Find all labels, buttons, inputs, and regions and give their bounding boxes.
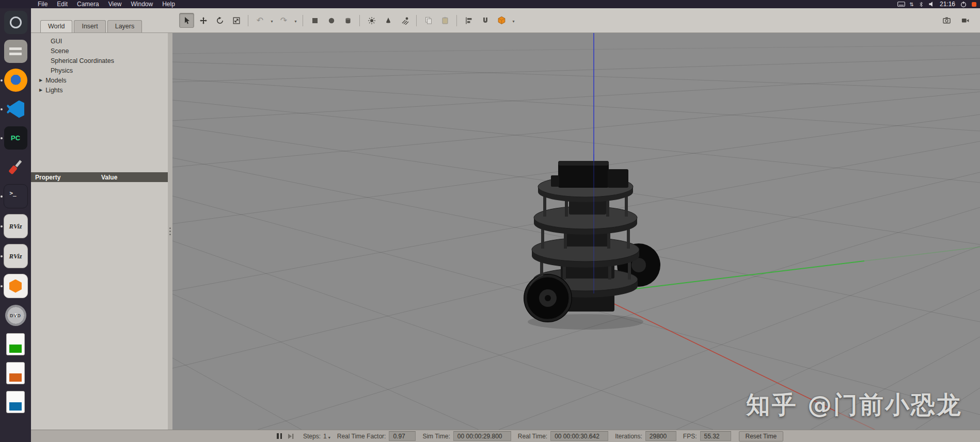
tree-item-label: Lights bbox=[45, 87, 62, 94]
rtf-value: 0.97 bbox=[389, 431, 416, 441]
steps-value: 1 bbox=[323, 433, 327, 440]
vscode-mark bbox=[7, 101, 24, 118]
menu-view[interactable]: View bbox=[104, 0, 127, 8]
expander-arrow-icon[interactable]: ▶ bbox=[39, 88, 42, 92]
spot-light-icon[interactable] bbox=[381, 13, 396, 28]
insert-cylinder-icon[interactable] bbox=[340, 13, 355, 28]
tree-item-spherical-coordinates[interactable]: Spherical Coordinates bbox=[31, 56, 168, 66]
dvd-icon[interactable]: DVD bbox=[4, 304, 27, 327]
record-video-icon[interactable] bbox=[958, 13, 973, 28]
writer-doc bbox=[6, 391, 25, 413]
files-icon[interactable] bbox=[4, 40, 27, 63]
tab-insert[interactable]: Insert bbox=[74, 20, 105, 32]
tree-item-scene[interactable]: Scene bbox=[31, 46, 168, 56]
viewport-3d[interactable]: 知乎 @门前小恐龙 bbox=[172, 33, 980, 430]
toolbar-separator bbox=[456, 15, 457, 26]
fps-label: FPS: bbox=[683, 433, 697, 440]
pycharm-icon[interactable]: PC bbox=[4, 126, 27, 150]
tree-item-label: Scene bbox=[51, 47, 69, 55]
vscode-icon[interactable] bbox=[4, 97, 27, 121]
settings-gear-icon[interactable] bbox=[4, 11, 27, 34]
3d-viewport-canvas[interactable] bbox=[172, 33, 980, 430]
volume-icon[interactable] bbox=[928, 1, 935, 7]
tree-item-physics[interactable]: Physics bbox=[31, 66, 168, 75]
screenshot-icon[interactable] bbox=[939, 13, 954, 28]
impress-doc bbox=[6, 362, 25, 384]
gear-ring bbox=[10, 17, 22, 28]
tree-item-gui[interactable]: GUI bbox=[31, 36, 168, 46]
pycharm-label: PC bbox=[11, 134, 20, 142]
step-button[interactable] bbox=[285, 431, 296, 441]
menu-help[interactable]: Help bbox=[157, 0, 180, 8]
screwdriver-tool-icon[interactable] bbox=[4, 155, 27, 178]
libreoffice-impress-icon[interactable] bbox=[4, 362, 27, 385]
steps-label: Steps: bbox=[303, 433, 321, 440]
gazebo-icon[interactable] bbox=[4, 274, 28, 298]
undo-icon[interactable]: ↶ bbox=[252, 13, 267, 28]
paste-icon[interactable] bbox=[437, 13, 452, 28]
libreoffice-calc-icon[interactable] bbox=[4, 333, 27, 356]
clock[interactable]: 21:16 bbox=[940, 1, 955, 8]
view-angle-caret-icon[interactable]: ▾ bbox=[511, 13, 516, 27]
panel-splitter[interactable] bbox=[168, 33, 172, 430]
menu-camera[interactable]: Camera bbox=[72, 0, 104, 8]
tree-item-label: Models bbox=[45, 77, 66, 84]
pause-button[interactable] bbox=[274, 431, 285, 441]
menu-window[interactable]: Window bbox=[127, 0, 158, 8]
redo-icon[interactable]: ↷ bbox=[276, 13, 291, 28]
expander-arrow-icon[interactable]: ▶ bbox=[39, 78, 42, 83]
power-icon[interactable] bbox=[960, 1, 967, 8]
tree-item-models[interactable]: ▶Models bbox=[31, 75, 168, 85]
point-light-icon[interactable] bbox=[364, 13, 379, 28]
tree-item-label: GUI bbox=[51, 38, 62, 45]
align-tool-icon[interactable] bbox=[461, 13, 476, 28]
steps-stepper[interactable]: 1 ▾ bbox=[323, 433, 330, 440]
launcher-dock: PC >_ RViz RViz DVD bbox=[0, 8, 31, 442]
tree-item-lights[interactable]: ▶Lights bbox=[31, 85, 168, 95]
status-bar: Steps: 1 ▾ Real Time Factor: 0.97 Sim Ti… bbox=[31, 430, 980, 442]
reset-time-button[interactable]: Reset Time bbox=[739, 431, 784, 441]
firefox-icon[interactable] bbox=[4, 69, 27, 92]
menu-file[interactable]: File bbox=[33, 0, 52, 8]
y-axis-line-far bbox=[864, 247, 980, 261]
rotate-tool-icon[interactable] bbox=[212, 13, 227, 28]
updown-arrows-icon[interactable]: ⇅ bbox=[910, 2, 914, 7]
directional-light-icon[interactable] bbox=[397, 13, 412, 28]
rviz-icon-2[interactable]: RViz bbox=[4, 244, 28, 268]
toolbar-separator bbox=[359, 15, 360, 26]
copy-icon[interactable] bbox=[421, 13, 436, 28]
redo-history-caret-icon[interactable]: ▾ bbox=[293, 13, 298, 27]
select-tool-icon[interactable] bbox=[179, 13, 194, 28]
keyboard-icon[interactable] bbox=[897, 2, 905, 7]
real-time-label: Real Time: bbox=[518, 433, 547, 440]
tree-item-label: Physics bbox=[51, 67, 73, 74]
translate-tool-icon[interactable] bbox=[196, 13, 211, 28]
tab-layers[interactable]: Layers bbox=[107, 20, 143, 32]
terminal-icon[interactable]: >_ bbox=[4, 184, 28, 208]
scale-tool-icon[interactable] bbox=[229, 13, 244, 28]
steps-caret-icon[interactable]: ▾ bbox=[328, 435, 330, 440]
value-column-header: Value bbox=[97, 174, 168, 181]
toolbar-separator bbox=[303, 15, 303, 26]
menu-edit[interactable]: Edit bbox=[52, 0, 72, 8]
system-menu-bar: File Edit Camera View Window Help ⇅ 21:1… bbox=[0, 0, 980, 8]
tree-item-label: Spherical Coordinates bbox=[51, 57, 114, 64]
property-table-header: Property Value bbox=[31, 172, 168, 182]
gazebo-toolbar: ↶ ▾ ↷ ▾ bbox=[179, 8, 980, 32]
bluetooth-icon[interactable] bbox=[919, 1, 924, 8]
toolbar-separator bbox=[416, 15, 417, 26]
insert-sphere-icon[interactable] bbox=[324, 13, 339, 28]
toolbar-separator bbox=[248, 15, 248, 26]
libreoffice-writer-icon[interactable] bbox=[4, 390, 27, 414]
fps-value: 55.32 bbox=[700, 431, 731, 441]
rviz-icon[interactable]: RViz bbox=[4, 214, 28, 238]
undo-history-caret-icon[interactable]: ▾ bbox=[269, 13, 275, 27]
tab-world[interactable]: World bbox=[40, 20, 72, 32]
snap-tool-icon[interactable] bbox=[478, 13, 493, 28]
property-table-body[interactable] bbox=[31, 182, 168, 430]
gazebo-logo bbox=[9, 280, 22, 293]
turtlebot3-robot[interactable] bbox=[524, 161, 660, 330]
dvd-label: DVD bbox=[10, 313, 21, 318]
view-angle-icon[interactable] bbox=[494, 13, 509, 28]
insert-box-icon[interactable] bbox=[307, 13, 322, 28]
